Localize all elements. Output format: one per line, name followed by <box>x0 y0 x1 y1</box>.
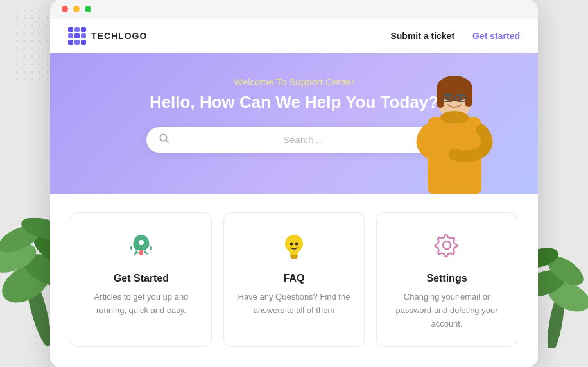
browser-maximize-dot <box>85 6 91 12</box>
search-icon <box>159 133 169 146</box>
browser-close-dot <box>62 6 68 12</box>
logo-text: TECHLOGO <box>91 31 147 41</box>
card-settings: Settings Changing your email or password… <box>376 212 517 346</box>
logo-area: TECHLOGO <box>68 27 390 45</box>
card-faq: FAQ Have any Questions? Find the answers… <box>223 212 365 346</box>
gear-icon <box>390 231 504 265</box>
hero-person-image <box>410 60 499 194</box>
get-started-link[interactable]: Get started <box>472 31 520 41</box>
svg-rect-30 <box>290 255 298 257</box>
svg-point-28 <box>290 243 293 246</box>
svg-point-26 <box>139 240 144 245</box>
logo-icon <box>68 27 86 45</box>
bulb-icon <box>237 231 351 265</box>
card-get-started-title: Get Started <box>84 273 198 284</box>
search-input[interactable]: Search... <box>176 134 429 145</box>
svg-point-23 <box>446 96 450 100</box>
card-faq-title: FAQ <box>237 273 351 284</box>
browser-chrome-bar <box>50 0 538 19</box>
card-get-started: Get Started Articles to get you up and r… <box>71 212 212 346</box>
rocket-icon <box>84 231 198 265</box>
submit-ticket-link[interactable]: Submit a ticket <box>390 31 454 41</box>
card-settings-desc: Changing your email or password and dele… <box>390 291 504 330</box>
card-get-started-desc: Articles to get you up and running, quic… <box>84 291 198 318</box>
svg-rect-27 <box>139 250 143 255</box>
browser-window: TECHLOGO Submit a ticket Get started Wel… <box>50 0 538 367</box>
svg-point-32 <box>443 241 451 249</box>
browser-minimize-dot <box>73 6 80 12</box>
svg-line-13 <box>166 140 169 142</box>
search-bar[interactable]: Search... <box>146 127 442 153</box>
card-faq-desc: Have any Questions? Find the answers to … <box>237 291 351 318</box>
navbar: TECHLOGO Submit a ticket Get started <box>50 19 538 53</box>
svg-point-29 <box>295 243 298 246</box>
cards-section: Get Started Articles to get you up and r… <box>50 194 538 367</box>
svg-rect-31 <box>291 257 297 259</box>
nav-links: Submit a ticket Get started <box>390 31 520 41</box>
card-settings-title: Settings <box>390 273 504 284</box>
svg-point-25 <box>440 111 469 124</box>
svg-point-24 <box>459 96 463 100</box>
hero-section: Welcome To Support Center Hello, How Can… <box>50 53 538 194</box>
